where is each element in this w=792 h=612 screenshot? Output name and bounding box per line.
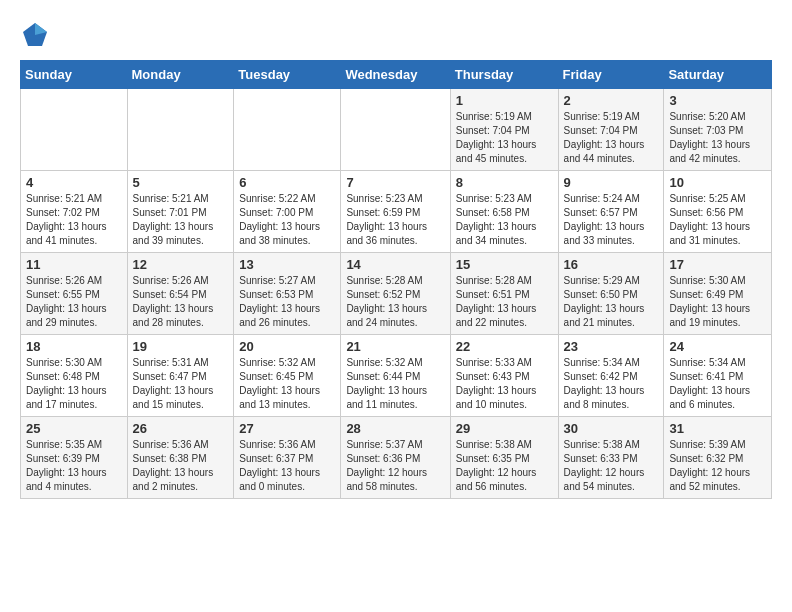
day-info: Sunrise: 5:35 AM Sunset: 6:39 PM Dayligh… bbox=[26, 438, 122, 494]
day-number: 14 bbox=[346, 257, 444, 272]
calendar-cell: 25Sunrise: 5:35 AM Sunset: 6:39 PM Dayli… bbox=[21, 417, 128, 499]
calendar-cell: 4Sunrise: 5:21 AM Sunset: 7:02 PM Daylig… bbox=[21, 171, 128, 253]
day-info: Sunrise: 5:24 AM Sunset: 6:57 PM Dayligh… bbox=[564, 192, 659, 248]
calendar-cell: 22Sunrise: 5:33 AM Sunset: 6:43 PM Dayli… bbox=[450, 335, 558, 417]
day-number: 17 bbox=[669, 257, 766, 272]
calendar-cell: 10Sunrise: 5:25 AM Sunset: 6:56 PM Dayli… bbox=[664, 171, 772, 253]
day-info: Sunrise: 5:30 AM Sunset: 6:49 PM Dayligh… bbox=[669, 274, 766, 330]
calendar-cell: 29Sunrise: 5:38 AM Sunset: 6:35 PM Dayli… bbox=[450, 417, 558, 499]
day-number: 24 bbox=[669, 339, 766, 354]
calendar-cell: 1Sunrise: 5:19 AM Sunset: 7:04 PM Daylig… bbox=[450, 89, 558, 171]
day-number: 12 bbox=[133, 257, 229, 272]
header-row: SundayMondayTuesdayWednesdayThursdayFrid… bbox=[21, 61, 772, 89]
day-info: Sunrise: 5:23 AM Sunset: 6:59 PM Dayligh… bbox=[346, 192, 444, 248]
calendar-cell: 16Sunrise: 5:29 AM Sunset: 6:50 PM Dayli… bbox=[558, 253, 664, 335]
day-info: Sunrise: 5:30 AM Sunset: 6:48 PM Dayligh… bbox=[26, 356, 122, 412]
calendar-cell: 24Sunrise: 5:34 AM Sunset: 6:41 PM Dayli… bbox=[664, 335, 772, 417]
day-info: Sunrise: 5:29 AM Sunset: 6:50 PM Dayligh… bbox=[564, 274, 659, 330]
calendar-cell bbox=[341, 89, 450, 171]
calendar-cell: 6Sunrise: 5:22 AM Sunset: 7:00 PM Daylig… bbox=[234, 171, 341, 253]
calendar-cell: 15Sunrise: 5:28 AM Sunset: 6:51 PM Dayli… bbox=[450, 253, 558, 335]
calendar-cell: 13Sunrise: 5:27 AM Sunset: 6:53 PM Dayli… bbox=[234, 253, 341, 335]
day-number: 21 bbox=[346, 339, 444, 354]
day-number: 1 bbox=[456, 93, 553, 108]
day-info: Sunrise: 5:19 AM Sunset: 7:04 PM Dayligh… bbox=[564, 110, 659, 166]
day-number: 22 bbox=[456, 339, 553, 354]
day-number: 4 bbox=[26, 175, 122, 190]
logo bbox=[20, 20, 54, 50]
calendar-cell: 21Sunrise: 5:32 AM Sunset: 6:44 PM Dayli… bbox=[341, 335, 450, 417]
day-header-thursday: Thursday bbox=[450, 61, 558, 89]
day-info: Sunrise: 5:21 AM Sunset: 7:02 PM Dayligh… bbox=[26, 192, 122, 248]
day-number: 13 bbox=[239, 257, 335, 272]
day-info: Sunrise: 5:23 AM Sunset: 6:58 PM Dayligh… bbox=[456, 192, 553, 248]
calendar-cell: 8Sunrise: 5:23 AM Sunset: 6:58 PM Daylig… bbox=[450, 171, 558, 253]
day-number: 25 bbox=[26, 421, 122, 436]
day-info: Sunrise: 5:39 AM Sunset: 6:32 PM Dayligh… bbox=[669, 438, 766, 494]
day-info: Sunrise: 5:31 AM Sunset: 6:47 PM Dayligh… bbox=[133, 356, 229, 412]
day-info: Sunrise: 5:27 AM Sunset: 6:53 PM Dayligh… bbox=[239, 274, 335, 330]
day-number: 11 bbox=[26, 257, 122, 272]
day-number: 6 bbox=[239, 175, 335, 190]
calendar-cell: 19Sunrise: 5:31 AM Sunset: 6:47 PM Dayli… bbox=[127, 335, 234, 417]
day-info: Sunrise: 5:22 AM Sunset: 7:00 PM Dayligh… bbox=[239, 192, 335, 248]
day-number: 19 bbox=[133, 339, 229, 354]
calendar-cell: 30Sunrise: 5:38 AM Sunset: 6:33 PM Dayli… bbox=[558, 417, 664, 499]
day-number: 27 bbox=[239, 421, 335, 436]
day-info: Sunrise: 5:25 AM Sunset: 6:56 PM Dayligh… bbox=[669, 192, 766, 248]
day-info: Sunrise: 5:20 AM Sunset: 7:03 PM Dayligh… bbox=[669, 110, 766, 166]
week-row-3: 18Sunrise: 5:30 AM Sunset: 6:48 PM Dayli… bbox=[21, 335, 772, 417]
day-header-tuesday: Tuesday bbox=[234, 61, 341, 89]
calendar-cell: 17Sunrise: 5:30 AM Sunset: 6:49 PM Dayli… bbox=[664, 253, 772, 335]
week-row-2: 11Sunrise: 5:26 AM Sunset: 6:55 PM Dayli… bbox=[21, 253, 772, 335]
day-info: Sunrise: 5:38 AM Sunset: 6:33 PM Dayligh… bbox=[564, 438, 659, 494]
day-header-sunday: Sunday bbox=[21, 61, 128, 89]
day-number: 16 bbox=[564, 257, 659, 272]
day-number: 8 bbox=[456, 175, 553, 190]
day-info: Sunrise: 5:28 AM Sunset: 6:52 PM Dayligh… bbox=[346, 274, 444, 330]
calendar-cell: 28Sunrise: 5:37 AM Sunset: 6:36 PM Dayli… bbox=[341, 417, 450, 499]
day-number: 18 bbox=[26, 339, 122, 354]
day-header-friday: Friday bbox=[558, 61, 664, 89]
calendar-cell: 9Sunrise: 5:24 AM Sunset: 6:57 PM Daylig… bbox=[558, 171, 664, 253]
day-info: Sunrise: 5:33 AM Sunset: 6:43 PM Dayligh… bbox=[456, 356, 553, 412]
day-number: 20 bbox=[239, 339, 335, 354]
day-info: Sunrise: 5:26 AM Sunset: 6:54 PM Dayligh… bbox=[133, 274, 229, 330]
day-info: Sunrise: 5:21 AM Sunset: 7:01 PM Dayligh… bbox=[133, 192, 229, 248]
day-info: Sunrise: 5:34 AM Sunset: 6:41 PM Dayligh… bbox=[669, 356, 766, 412]
calendar-cell: 7Sunrise: 5:23 AM Sunset: 6:59 PM Daylig… bbox=[341, 171, 450, 253]
logo-icon bbox=[20, 20, 50, 50]
day-number: 5 bbox=[133, 175, 229, 190]
calendar-table: SundayMondayTuesdayWednesdayThursdayFrid… bbox=[20, 60, 772, 499]
day-header-wednesday: Wednesday bbox=[341, 61, 450, 89]
calendar-cell: 11Sunrise: 5:26 AM Sunset: 6:55 PM Dayli… bbox=[21, 253, 128, 335]
day-number: 7 bbox=[346, 175, 444, 190]
day-number: 3 bbox=[669, 93, 766, 108]
calendar-cell: 31Sunrise: 5:39 AM Sunset: 6:32 PM Dayli… bbox=[664, 417, 772, 499]
day-info: Sunrise: 5:36 AM Sunset: 6:37 PM Dayligh… bbox=[239, 438, 335, 494]
day-header-monday: Monday bbox=[127, 61, 234, 89]
day-header-saturday: Saturday bbox=[664, 61, 772, 89]
day-number: 10 bbox=[669, 175, 766, 190]
day-number: 30 bbox=[564, 421, 659, 436]
day-number: 15 bbox=[456, 257, 553, 272]
day-number: 29 bbox=[456, 421, 553, 436]
day-info: Sunrise: 5:37 AM Sunset: 6:36 PM Dayligh… bbox=[346, 438, 444, 494]
day-info: Sunrise: 5:28 AM Sunset: 6:51 PM Dayligh… bbox=[456, 274, 553, 330]
day-info: Sunrise: 5:32 AM Sunset: 6:45 PM Dayligh… bbox=[239, 356, 335, 412]
day-info: Sunrise: 5:32 AM Sunset: 6:44 PM Dayligh… bbox=[346, 356, 444, 412]
calendar-cell: 26Sunrise: 5:36 AM Sunset: 6:38 PM Dayli… bbox=[127, 417, 234, 499]
week-row-0: 1Sunrise: 5:19 AM Sunset: 7:04 PM Daylig… bbox=[21, 89, 772, 171]
calendar-cell: 18Sunrise: 5:30 AM Sunset: 6:48 PM Dayli… bbox=[21, 335, 128, 417]
day-info: Sunrise: 5:26 AM Sunset: 6:55 PM Dayligh… bbox=[26, 274, 122, 330]
calendar-cell bbox=[127, 89, 234, 171]
calendar-cell bbox=[234, 89, 341, 171]
calendar-cell: 2Sunrise: 5:19 AM Sunset: 7:04 PM Daylig… bbox=[558, 89, 664, 171]
day-info: Sunrise: 5:19 AM Sunset: 7:04 PM Dayligh… bbox=[456, 110, 553, 166]
day-info: Sunrise: 5:34 AM Sunset: 6:42 PM Dayligh… bbox=[564, 356, 659, 412]
day-number: 31 bbox=[669, 421, 766, 436]
day-number: 28 bbox=[346, 421, 444, 436]
calendar-cell: 27Sunrise: 5:36 AM Sunset: 6:37 PM Dayli… bbox=[234, 417, 341, 499]
calendar-cell: 20Sunrise: 5:32 AM Sunset: 6:45 PM Dayli… bbox=[234, 335, 341, 417]
calendar-cell: 23Sunrise: 5:34 AM Sunset: 6:42 PM Dayli… bbox=[558, 335, 664, 417]
